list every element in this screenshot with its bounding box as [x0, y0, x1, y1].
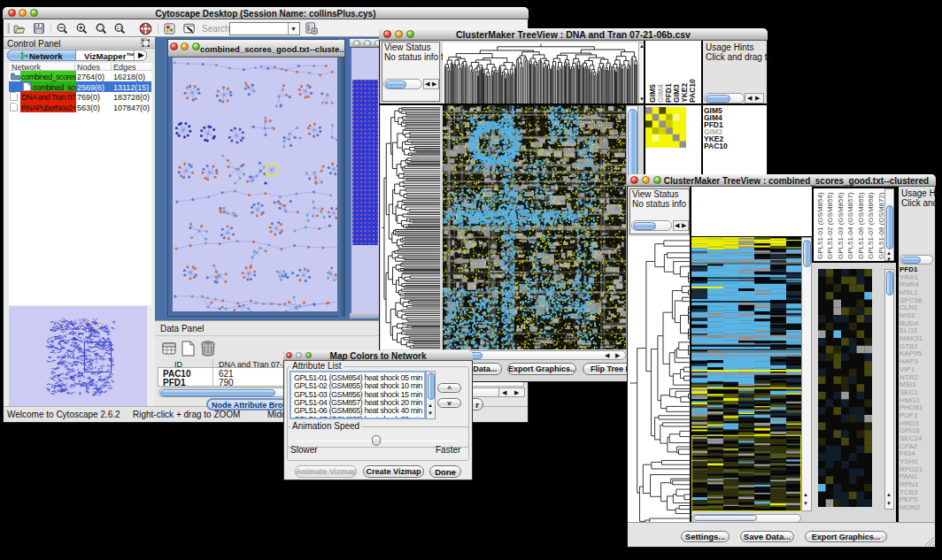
svg-text:1:1: 1:1 [116, 26, 122, 30]
